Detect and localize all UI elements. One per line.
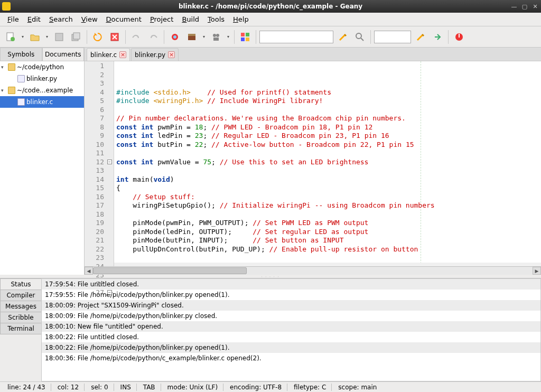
file-tab[interactable]: blinker.py× [131,48,179,61]
msg-tab-scribble[interactable]: Scribble [0,312,41,323]
maximize-button[interactable]: ▢ [521,3,528,10]
msg-tab-terminal[interactable]: Terminal [0,323,41,334]
new-file-button[interactable] [3,30,18,44]
goto-line-field[interactable] [374,31,411,43]
msg-tab-messages[interactable]: Messages [0,301,41,312]
scroll-right-icon[interactable]: ▶ [533,267,541,275]
build-button[interactable] [184,30,199,44]
editor-area: blinker.c×blinker.py× 123456789101112−13… [85,48,541,275]
code-line[interactable]: int main(void) [116,175,541,184]
file-tab[interactable]: blinker.c× [87,48,130,61]
code-line[interactable] [116,254,541,263]
close-icon[interactable]: × [168,51,175,58]
code-line[interactable] [116,149,541,158]
message-row[interactable]: 18:00:10: New file "untitled" opened. [42,321,540,332]
open-file-dropdown[interactable]: ▾ [44,34,50,39]
document-tree[interactable]: ▾~/code/pythonblinker.py▾~/code...exampl… [0,61,84,275]
menu-search[interactable]: Search [45,14,77,24]
run-button[interactable] [209,30,223,44]
scrollbar-thumb[interactable] [93,267,247,274]
search-field[interactable] [259,31,333,43]
code-line[interactable]: // Pin number declarations. We're using … [116,114,541,123]
msg-tab-status[interactable]: Status [0,278,41,290]
color-chooser-button[interactable] [238,30,253,44]
code-line[interactable] [116,166,541,175]
fold-icon[interactable]: − [107,160,112,164]
sidebar-tab-symbols[interactable]: Symbols [0,48,42,61]
menu-help[interactable]: Help [229,14,253,24]
status-ftype: filetype: C [288,384,332,391]
close-icon[interactable]: × [119,51,126,58]
folder-icon [8,63,15,71]
sidebar-tab-documents[interactable]: Documents [42,48,85,61]
message-row[interactable]: 17:59:55: File /home/pi/code/python/blin… [42,290,540,300]
code-line[interactable]: const int ledPin = 23; // Regular LED - … [116,132,541,141]
menu-build[interactable]: Build [178,14,203,24]
tree-folder[interactable]: ▾~/code/python [0,61,84,73]
goto-line-button[interactable] [430,30,445,44]
search-clear-icon[interactable] [335,30,350,44]
tree-label: ~/code...example [17,87,73,94]
code-line[interactable]: #include <wiringPi.h> // Include WiringP… [116,97,541,106]
code-line[interactable]: // Setup stuff: [116,193,541,202]
run-dropdown[interactable]: ▾ [226,34,231,39]
menu-project[interactable]: Project [146,14,178,24]
svg-rect-14 [246,33,249,36]
goto-clear-icon[interactable] [413,30,428,44]
quit-button[interactable] [452,30,467,44]
horizontal-scrollbar[interactable]: ◀ ▶ [85,266,541,275]
save-all-button[interactable] [69,30,83,44]
menu-document[interactable]: Document [102,14,146,24]
code-line[interactable]: { [116,184,541,193]
message-row[interactable]: 18:00:36: File /home/pi/code/python/c_ex… [42,353,540,363]
code-line[interactable]: #include <stdio.h> // Used for printf() … [116,88,541,97]
code-line[interactable]: const int butPin = 22; // Active-low but… [116,141,541,150]
msg-tab-compiler[interactable]: Compiler [0,290,41,301]
close-file-button[interactable] [107,30,122,44]
compile-button[interactable] [167,30,182,44]
svg-rect-8 [188,36,195,40]
file-tab-label: blinker.py [135,51,165,59]
code-line[interactable] [116,210,541,219]
code-line[interactable]: wiringPiSetupGpio(); // Initialize wirin… [116,201,541,210]
file-tab-label: blinker.c [90,51,117,59]
message-row[interactable]: 18:00:22: File /home/pi/code/python/blin… [42,342,540,353]
menu-view[interactable]: View [77,14,102,24]
code-line[interactable]: pullUpDnControl(butPin, PUD_UP); // Enab… [116,245,541,254]
tree-file[interactable]: blinker.py [0,73,84,85]
code-line[interactable]: pinMode(ledPin, OUTPUT); // Set regular … [116,228,541,237]
menu-edit[interactable]: Edit [23,14,45,24]
code-line[interactable]: const int pwmValue = 75; // Use this to … [116,158,541,167]
menu-file[interactable]: File [3,14,23,24]
redo-button[interactable] [146,30,161,44]
code-content[interactable]: #include <stdio.h> // Used for printf() … [114,61,541,266]
code-line[interactable]: pinMode(butPin, INPUT); // Set button as… [116,236,541,245]
tree-file[interactable]: blinker.c [0,96,84,108]
code-editor[interactable]: 123456789101112−131415161718192021222324… [85,61,541,266]
menu-tools[interactable]: Tools [203,14,229,24]
code-line[interactable]: const int pwmPin = 18; // PWM LED - Broa… [116,123,541,132]
save-button[interactable] [52,30,67,44]
file-tabs: blinker.c×blinker.py× [85,48,541,61]
code-line[interactable] [116,106,541,115]
file-icon [17,98,25,106]
message-row[interactable]: 18:00:09: Project "SX1509-WiringPi" clos… [42,300,540,311]
file-icon [17,75,25,82]
svg-rect-4 [73,33,80,39]
code-line[interactable]: pinMode(pwmPin, PWM_OUTPUT); // Set PWM … [116,219,541,228]
open-file-button[interactable] [27,30,42,44]
message-row[interactable]: 18:00:22: File untitled closed. [42,332,540,342]
new-file-dropdown[interactable]: ▾ [20,34,25,39]
tree-folder[interactable]: ▾~/code...example [0,85,84,96]
build-dropdown[interactable]: ▾ [201,34,207,39]
messages-list[interactable]: 17:59:54: File untitled closed.17:59:55:… [41,278,541,381]
fold-icon[interactable]: − [107,290,112,295]
undo-button[interactable] [129,30,144,44]
message-row[interactable]: 18:00:09: File /home/pi/code/python/blin… [42,311,540,321]
close-button[interactable]: ✕ [531,3,539,10]
status-line: line: 24 / 43 [2,384,51,391]
message-row[interactable]: 17:59:54: File untitled closed. [42,279,540,290]
search-button[interactable] [352,30,367,44]
reload-button[interactable] [90,30,105,44]
minimize-button[interactable]: — [510,3,518,10]
